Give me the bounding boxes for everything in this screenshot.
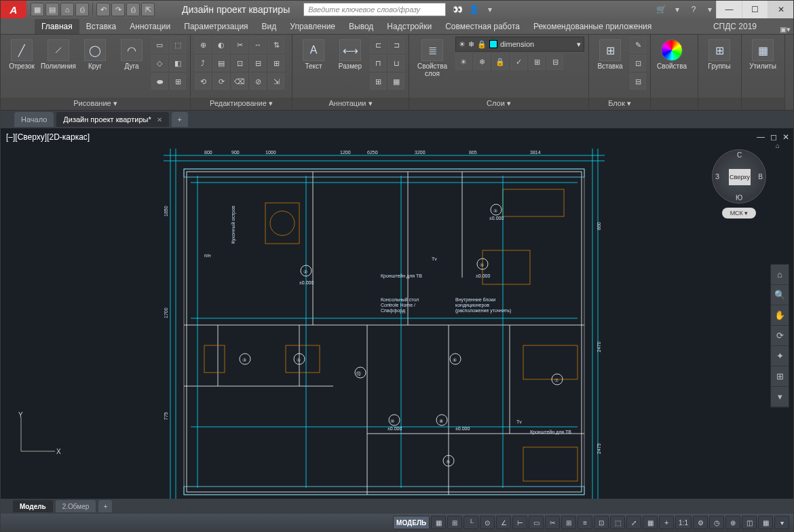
- qat-more-icon[interactable]: ⇱: [141, 3, 155, 16]
- binoculars-icon[interactable]: 👀: [451, 3, 464, 16]
- utilities-button[interactable]: ▦Утилиты: [746, 37, 780, 70]
- break-icon[interactable]: ⊘: [250, 73, 266, 90]
- status-plus-icon[interactable]: ▦: [643, 516, 658, 529]
- offset-icon[interactable]: ⊞: [268, 55, 284, 71]
- stayconnected-icon[interactable]: ▾: [671, 3, 683, 16]
- mleader-icon[interactable]: ⊐: [388, 37, 404, 53]
- properties-button[interactable]: Свойства: [655, 37, 689, 70]
- leader-icon[interactable]: ⊏: [370, 37, 386, 53]
- tab-featured[interactable]: Рекомендованные приложения: [527, 19, 658, 34]
- tab-home[interactable]: Главная: [35, 19, 79, 34]
- tab-parametric[interactable]: Параметризация: [177, 19, 254, 34]
- polyline-button[interactable]: ⟋Полилиния: [41, 37, 75, 70]
- help-search-input[interactable]: Введите ключевое слово/фразу: [303, 3, 446, 16]
- nav-wheel-icon[interactable]: ⌂: [771, 265, 789, 285]
- status-trans-icon[interactable]: ⊡: [594, 516, 609, 529]
- status-dyn-icon[interactable]: ⊞: [561, 516, 576, 529]
- scale-icon[interactable]: ▤: [213, 55, 229, 71]
- rect-icon[interactable]: ▭: [151, 37, 168, 53]
- status-scale[interactable]: 1:1: [675, 516, 692, 529]
- status-vp-icon[interactable]: ◫: [742, 516, 757, 529]
- extend-icon[interactable]: ⌫: [231, 73, 248, 90]
- ellipse-icon[interactable]: ◇: [151, 55, 168, 71]
- region-icon[interactable]: ◧: [170, 55, 186, 71]
- insert-block-button[interactable]: ⊞Вставка: [593, 37, 627, 70]
- layer-lock-icon[interactable]: 🔒: [492, 54, 508, 70]
- status-ortho-icon[interactable]: └: [464, 516, 478, 529]
- layer-match-icon[interactable]: ✓: [510, 54, 527, 70]
- layout-tab-model[interactable]: Модель: [13, 500, 53, 512]
- tab-insert[interactable]: Вставка: [79, 19, 124, 34]
- status-clock-icon[interactable]: ◷: [709, 516, 724, 529]
- status-snap-icon[interactable]: ⊞: [447, 516, 462, 529]
- tab-annotate[interactable]: Аннотации: [123, 19, 177, 34]
- status-lwt-icon[interactable]: ≡: [578, 516, 592, 529]
- stretch-icon[interactable]: ⇅: [268, 37, 284, 53]
- minimize-button[interactable]: —: [716, 1, 742, 18]
- status-custom-icon[interactable]: ▾: [774, 516, 789, 529]
- status-polar-icon[interactable]: ⊙: [480, 516, 495, 529]
- viewcube[interactable]: С Ю З В Сверху: [712, 149, 766, 204]
- layer-prev-icon[interactable]: ⊟: [547, 54, 563, 70]
- qat-saveas-icon[interactable]: ⎙: [75, 3, 89, 16]
- exchange-icon[interactable]: 🛒: [655, 3, 667, 16]
- nav-showmotion-icon[interactable]: ✦: [771, 346, 789, 366]
- text-button[interactable]: AТекст: [297, 37, 330, 70]
- edit-block-icon[interactable]: ✎: [630, 37, 646, 53]
- rotate-icon[interactable]: ◐: [213, 37, 229, 53]
- layer-freeze-icon[interactable]: ❄: [474, 54, 490, 70]
- table-icon[interactable]: ⊞: [170, 73, 186, 90]
- tab-output[interactable]: Вывод: [342, 19, 380, 34]
- layout-add-button[interactable]: +: [98, 500, 112, 512]
- attr-icon[interactable]: ⊟: [630, 73, 646, 90]
- tab-view[interactable]: Вид: [255, 19, 284, 34]
- status-annoscale-icon[interactable]: ⤢: [626, 516, 641, 529]
- join-icon[interactable]: ⇲: [268, 73, 284, 90]
- vp-close-icon[interactable]: ✕: [782, 132, 789, 142]
- dim-table-icon[interactable]: ⊞: [370, 73, 386, 90]
- copy-icon[interactable]: ⤴: [195, 55, 211, 71]
- nav-orbit-icon[interactable]: ⟳: [771, 326, 789, 346]
- fillet-icon[interactable]: ⊡: [231, 55, 248, 71]
- drawing-canvas[interactable]: [–][Сверху][2D-каркас] — ◻ ✕: [1, 128, 793, 499]
- erase-icon[interactable]: ⟲: [195, 73, 211, 90]
- status-osnap-icon[interactable]: ⊢: [512, 516, 527, 529]
- help-icon[interactable]: ?: [687, 3, 700, 16]
- status-3dosnap-icon[interactable]: ▭: [529, 516, 544, 529]
- nav-zoom-icon[interactable]: 🔍: [771, 285, 789, 305]
- spline-icon[interactable]: ⬬: [151, 73, 168, 90]
- vp-maximize-icon[interactable]: ◻: [770, 132, 777, 142]
- tab-spds[interactable]: СПДС 2019: [706, 19, 763, 34]
- ucs-selector[interactable]: МСК ▾: [722, 208, 756, 218]
- layout-tab-sheet[interactable]: 2.Обмер: [56, 500, 96, 512]
- qat-open-icon[interactable]: ▤: [45, 3, 59, 16]
- panel-draw-title[interactable]: Рисование ▾: [1, 98, 190, 110]
- line-button[interactable]: ╱Отрезок: [5, 37, 39, 70]
- panel-annotation-title[interactable]: Аннотации ▾: [292, 98, 409, 110]
- layer-on-icon[interactable]: ☀: [455, 54, 472, 70]
- layer-selector[interactable]: ☀ ❄ 🔒 dimension ▾: [455, 37, 584, 52]
- viewcube-s[interactable]: Ю: [736, 194, 742, 202]
- maximize-button[interactable]: ☐: [742, 1, 768, 18]
- status-grid-icon[interactable]: ▦: [431, 516, 446, 529]
- help-dropdown-icon[interactable]: ▾: [704, 3, 716, 16]
- groups-button[interactable]: ⊞Группы: [702, 37, 736, 70]
- circle-button[interactable]: ◯Круг: [78, 37, 112, 70]
- dim-style-icon[interactable]: ▦: [388, 73, 404, 90]
- status-otrack-icon[interactable]: ✂: [545, 516, 560, 529]
- qat-undo-icon[interactable]: ↶: [96, 3, 110, 16]
- dropdown-icon[interactable]: ▾: [484, 3, 496, 16]
- status-gear2-icon[interactable]: ⚙: [693, 516, 708, 529]
- app-menu-button[interactable]: A: [1, 1, 26, 18]
- mirror-icon[interactable]: ↔: [250, 37, 266, 53]
- array-icon[interactable]: ⊟: [250, 55, 266, 71]
- trim-icon[interactable]: ✂: [231, 37, 248, 53]
- dim-angular-icon[interactable]: ⊔: [388, 55, 404, 71]
- viewcube-e[interactable]: В: [758, 173, 763, 180]
- explode-icon[interactable]: ⟳: [213, 73, 229, 90]
- status-iso-icon[interactable]: ∠: [496, 516, 511, 529]
- tab-manage[interactable]: Управление: [283, 19, 342, 34]
- file-tab-start[interactable]: Начало: [14, 112, 54, 127]
- close-button[interactable]: ✕: [768, 1, 793, 18]
- qat-new-icon[interactable]: ▦: [31, 3, 44, 16]
